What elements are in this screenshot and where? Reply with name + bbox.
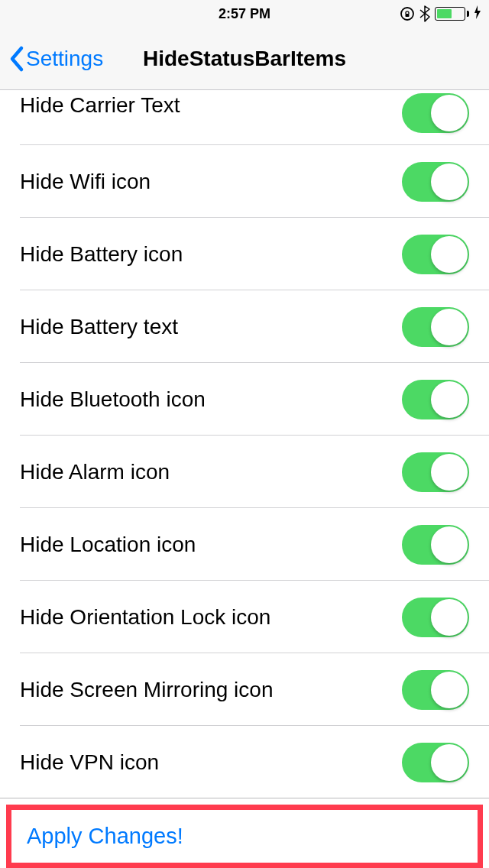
- svg-rect-1: [406, 14, 410, 17]
- setting-label: Hide Battery text: [20, 315, 178, 339]
- navigation-bar: Settings HideStatusBarItems: [0, 28, 489, 90]
- toggle-alarm[interactable]: [402, 452, 469, 492]
- toggle-vpn[interactable]: [402, 743, 469, 782]
- setting-row-vpn: Hide VPN icon: [0, 726, 489, 798]
- charging-icon: [474, 5, 481, 23]
- setting-row-alarm: Hide Alarm icon: [0, 436, 489, 508]
- setting-row-wifi: Hide Wifi icon: [0, 145, 489, 218]
- toggle-battery-text[interactable]: [402, 307, 469, 347]
- back-button[interactable]: Settings: [8, 45, 103, 73]
- battery-icon: [435, 7, 469, 21]
- setting-row-location: Hide Location icon: [0, 508, 489, 581]
- toggle-orientation-lock[interactable]: [402, 598, 469, 637]
- setting-label: Hide Carrier Text: [20, 93, 180, 118]
- toggle-battery-icon[interactable]: [402, 235, 469, 274]
- status-bar: 2:57 PM: [0, 0, 489, 28]
- setting-row-battery-icon: Hide Battery icon: [0, 218, 489, 290]
- setting-label: Hide Bluetooth icon: [20, 387, 206, 412]
- setting-row-screen-mirroring: Hide Screen Mirroring icon: [0, 653, 489, 726]
- setting-label: Hide Battery icon: [20, 242, 183, 267]
- toggle-wifi[interactable]: [402, 162, 469, 202]
- status-right: [400, 5, 481, 23]
- apply-label: Apply Changes!: [27, 824, 183, 848]
- setting-row-bluetooth: Hide Bluetooth icon: [0, 363, 489, 436]
- apply-highlight: Apply Changes!: [6, 805, 483, 868]
- bluetooth-icon: [419, 5, 430, 22]
- setting-label: Hide Orientation Lock icon: [20, 605, 270, 630]
- status-time: 2:57 PM: [219, 6, 270, 22]
- toggle-location[interactable]: [402, 525, 469, 565]
- setting-label: Hide VPN icon: [20, 750, 159, 775]
- toggle-carrier-text[interactable]: [402, 93, 469, 133]
- settings-list: Hide Carrier Text Hide Wifi icon Hide Ba…: [0, 90, 489, 798]
- orientation-lock-icon: [400, 6, 415, 21]
- setting-label: Hide Location icon: [20, 533, 196, 557]
- chevron-left-icon: [8, 45, 24, 73]
- apply-container: Apply Changes!: [0, 798, 489, 868]
- setting-row-battery-text: Hide Battery text: [0, 290, 489, 363]
- page-title: HideStatusBarItems: [143, 47, 346, 71]
- apply-changes-button[interactable]: Apply Changes!: [11, 810, 478, 863]
- toggle-screen-mirroring[interactable]: [402, 670, 469, 710]
- toggle-bluetooth[interactable]: [402, 380, 469, 419]
- setting-label: Hide Wifi icon: [20, 170, 151, 194]
- setting-row-orientation-lock: Hide Orientation Lock icon: [0, 581, 489, 653]
- back-label: Settings: [26, 47, 103, 71]
- setting-row-carrier-text: Hide Carrier Text: [0, 90, 489, 145]
- setting-label: Hide Alarm icon: [20, 460, 170, 484]
- setting-label: Hide Screen Mirroring icon: [20, 678, 273, 702]
